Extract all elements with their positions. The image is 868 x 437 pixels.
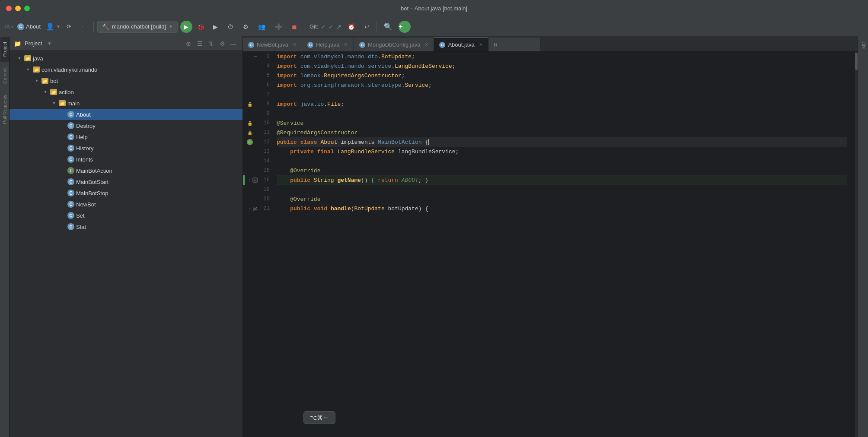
stop-button[interactable]: ◼ xyxy=(288,21,300,33)
tree-item-help[interactable]: C Help xyxy=(10,131,243,142)
tab-close-about[interactable]: ✕ xyxy=(479,42,483,48)
tab-close-help[interactable]: ✕ xyxy=(344,42,348,48)
code-line-14 xyxy=(277,156,847,166)
tab-help[interactable]: C Help.java ✕ xyxy=(302,38,354,51)
nav-breadcrumb[interactable]: in › xyxy=(3,22,15,32)
tree-item-main[interactable]: ▼ 📁 main xyxy=(10,98,243,109)
tree-item-mando[interactable]: ▼ 📁 com.vladmykol.mando xyxy=(10,64,243,75)
gutter-row-13: 13 xyxy=(243,147,270,156)
coverage-button[interactable]: ▶ xyxy=(210,21,221,33)
tree-item-mainbotaction[interactable]: I MainBotAction xyxy=(10,165,243,176)
line-num-8: 8 xyxy=(257,99,270,109)
line-num-13: 13 xyxy=(257,147,270,156)
code-line-20: @Override xyxy=(277,194,847,204)
class-icon-set: C xyxy=(67,212,74,219)
tree-item-newbot[interactable]: C NewBot xyxy=(10,199,243,210)
gutter-row-3: ⊢ 3 xyxy=(243,52,270,61)
code-line-21: public void handle(BotUpdate botUpdate) … xyxy=(277,204,847,213)
tree-label-destroy: Destroy xyxy=(76,123,96,129)
tree-item-java[interactable]: ▼ 📁 java xyxy=(10,53,243,64)
editor-area: C NewBot.java ✕ C Help.java ✕ C MongoDbC… xyxy=(243,36,858,437)
main-layout: Project Commit Pull Requests 📁 Project ▼… xyxy=(0,36,868,437)
folder-icon-java: 📁 xyxy=(24,55,31,61)
tab-r[interactable]: R xyxy=(488,38,540,51)
line-num-14: 14 xyxy=(257,156,270,166)
profile-button[interactable]: ⏱ xyxy=(224,21,237,33)
tree-item-mainbotstop[interactable]: C MainBotStop xyxy=(10,187,243,199)
tree-label-history: History xyxy=(76,145,93,152)
close-panel-btn[interactable]: — xyxy=(229,39,238,48)
settings-btn[interactable]: ⚙ xyxy=(217,39,227,48)
tab-mongodbconfig[interactable]: C MongoDbConfig.java ✕ xyxy=(354,38,434,51)
tree-item-set[interactable]: C Set xyxy=(10,210,243,221)
tree-label-mando: com.vladmykol.mando xyxy=(41,66,97,73)
run-options[interactable]: ⚙ xyxy=(239,21,252,33)
code-editor[interactable]: ⊢ 3 4 5 xyxy=(243,52,858,437)
maximize-button[interactable] xyxy=(24,6,30,11)
build-selector[interactable]: 🔨 mando-chatbot [build] ▼ xyxy=(97,21,178,33)
tree-item-stat[interactable]: C Stat xyxy=(10,221,243,232)
run-button[interactable]: ▶ xyxy=(180,21,192,33)
tree-item-history[interactable]: C History xyxy=(10,142,243,154)
class-icon-destroy: C xyxy=(67,122,74,129)
window-controls[interactable] xyxy=(6,6,30,11)
debug-button[interactable]: 🐞 xyxy=(195,21,207,33)
tab-close-mongodbconfig[interactable]: ✕ xyxy=(424,42,428,48)
separator-2 xyxy=(304,22,304,32)
add-button[interactable]: + xyxy=(399,21,411,33)
left-tab-pull-requests[interactable]: Pull Requests xyxy=(0,89,9,129)
tree-item-destroy[interactable]: C Destroy xyxy=(10,120,243,131)
minimize-button[interactable] xyxy=(15,6,21,11)
tree-label-mainbotstop: MainBotStop xyxy=(76,190,108,196)
tree-label-action: action xyxy=(59,89,74,95)
class-breadcrumb[interactable]: C About xyxy=(17,23,41,30)
tree-label-mainbotstart: MainBotStart xyxy=(76,179,108,185)
class-icon-newbot: C xyxy=(67,201,74,208)
build-dropdown-icon: ▼ xyxy=(169,24,173,29)
tab-label-r: R xyxy=(494,41,498,48)
tree-label-mainbotaction: MainBotAction xyxy=(76,168,112,174)
add-action[interactable]: ➕ xyxy=(271,21,286,33)
build-selector-label: mando-chatbot [build] xyxy=(112,23,166,30)
locate-in-tree-btn[interactable]: ⊕ xyxy=(184,39,193,48)
close-button[interactable] xyxy=(6,6,12,11)
line-num-12: 12 xyxy=(257,137,270,147)
code-line-19 xyxy=(277,185,847,194)
tree-label-about: About xyxy=(76,111,91,118)
user-icon-group[interactable]: 👤 ▼ xyxy=(46,22,61,31)
tab-icon-help: C xyxy=(307,42,313,48)
collapse-all-btn[interactable]: ☰ xyxy=(195,39,204,48)
code-content[interactable]: import com.vladmykol.mando.dto.BotUpdate… xyxy=(270,52,854,437)
tree-item-mainbotstart[interactable]: C MainBotStart xyxy=(10,176,243,187)
tab-newbot[interactable]: C NewBot.java ✕ xyxy=(243,38,302,51)
expand-all-btn[interactable]: ⇅ xyxy=(206,39,216,48)
code-line-12: public class About implements MainBotAct… xyxy=(277,137,847,147)
tab-label-mongodbconfig: MongoDbConfig.java xyxy=(368,41,420,48)
tree-item-about[interactable]: C About xyxy=(10,109,243,120)
tab-close-newbot[interactable]: ✕ xyxy=(293,42,297,48)
tree-item-action[interactable]: ▼ 📁 action xyxy=(10,86,243,98)
scrollbar[interactable] xyxy=(854,52,858,437)
tree-item-bot[interactable]: ▼ 📁 bot xyxy=(10,75,243,86)
fold-16[interactable]: − xyxy=(253,177,257,183)
left-tab-commit[interactable]: Commit xyxy=(0,62,9,89)
back-button[interactable]: ← xyxy=(77,21,90,33)
left-tab-project[interactable]: Project xyxy=(0,36,9,62)
git-undo-button[interactable]: ↩ xyxy=(361,21,373,33)
tree-item-intents[interactable]: C Intents xyxy=(10,154,243,165)
right-tab-md[interactable]: MD xyxy=(858,36,868,54)
folder-icon-action: 📁 xyxy=(50,89,57,95)
git-history-button[interactable]: ⏰ xyxy=(344,21,358,33)
separator-3 xyxy=(377,22,377,32)
tree-expand-main: ▼ xyxy=(51,100,57,106)
sync-button[interactable]: ⟳ xyxy=(63,21,75,33)
tree-expand-mando: ▼ xyxy=(25,66,31,73)
tab-about[interactable]: C About.java ✕ xyxy=(434,38,488,51)
more-actions[interactable]: 👥 xyxy=(255,21,269,33)
code-line-4: import com.vladmykol.mando.service.LangB… xyxy=(277,61,847,71)
search-button[interactable]: 🔍 xyxy=(380,21,396,33)
project-header-actions: ⊕ ☰ ⇅ ⚙ — xyxy=(184,39,238,48)
line-num-15: 15 xyxy=(257,166,270,175)
code-line-9 xyxy=(277,109,847,118)
code-line-5: import lombok.RequiredArgsConstructor; xyxy=(277,71,847,80)
